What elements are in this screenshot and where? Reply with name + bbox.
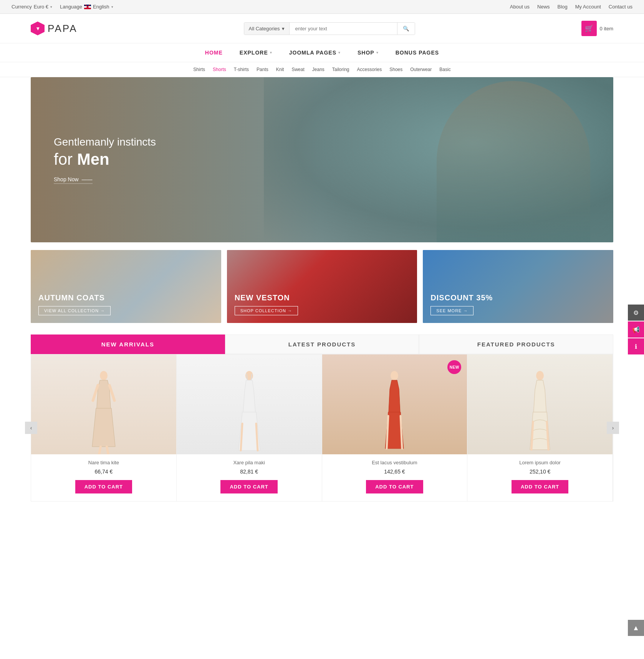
product-name-4: Lorem ipsum dolor xyxy=(467,460,613,465)
joomla-arrow-icon: ▾ xyxy=(338,51,341,55)
product-figure-3 xyxy=(379,370,410,454)
promo-content-3: DISCOUNT 35% SEE MORE → xyxy=(430,293,493,315)
subnav-jeans[interactable]: Jeans xyxy=(310,66,327,73)
subnav-tshirts[interactable]: T-shirts xyxy=(232,66,251,73)
language-chevron-icon: ▾ xyxy=(111,5,113,9)
subnav-basic[interactable]: Basic xyxy=(437,66,453,73)
currency-label: Currency xyxy=(12,4,32,10)
subnav-shoes[interactable]: Shoes xyxy=(387,66,405,73)
contact-us-link[interactable]: Contact us xyxy=(609,4,632,10)
tool-button[interactable]: ⚙ xyxy=(628,305,644,321)
news-link[interactable]: News xyxy=(537,4,550,10)
promo-banner-veston[interactable]: NEW VESTON SHOP COLLECTION → xyxy=(227,250,417,323)
product-name-1: Nare tima kite xyxy=(31,460,176,465)
tab-featured-products[interactable]: FEATURED PRODUCTS xyxy=(419,334,613,354)
promo-link-2[interactable]: SHOP COLLECTION → xyxy=(235,306,298,315)
product-image-1 xyxy=(31,354,176,454)
header: ▾ PAPA All Categories ▾ 🔍 🛒 0 item xyxy=(0,14,644,43)
nav-item-shop[interactable]: SHOP ▾ xyxy=(349,43,387,62)
nav-item-explore[interactable]: EXPLORE ▾ xyxy=(231,43,281,62)
add-to-cart-button-2[interactable]: Add to Cart xyxy=(220,480,277,493)
search-input[interactable] xyxy=(290,23,397,35)
search-category-chevron-icon: ▾ xyxy=(282,26,285,31)
search-bar: All Categories ▾ 🔍 xyxy=(244,22,415,35)
promo-banner-discount[interactable]: DISCOUNT 35% SEE MORE → xyxy=(423,250,613,323)
add-to-cart-button-4[interactable]: Add to Cart xyxy=(512,480,568,493)
currency-selector[interactable]: Currency Euro € ▾ xyxy=(12,4,52,10)
prev-button[interactable]: ‹ xyxy=(25,422,37,434)
currency-value: Euro € xyxy=(34,4,48,10)
product-card-1: Nare tima kite 66,74 € Add to Cart xyxy=(31,354,177,501)
language-selector[interactable]: Language English ▾ xyxy=(60,4,113,10)
subnav-accessories[interactable]: Accessories xyxy=(355,66,384,73)
promo-link-1[interactable]: VIEW ALL COLLECTION → xyxy=(38,306,111,315)
product-card-2: Xare pila maki 82,81 € Add to Cart xyxy=(177,354,322,501)
next-button[interactable]: › xyxy=(607,422,619,434)
product-image-4 xyxy=(467,354,613,454)
nav-item-home[interactable]: HOME xyxy=(197,43,231,62)
subnav-outerwear[interactable]: Outerwear xyxy=(408,66,434,73)
svg-point-10 xyxy=(391,371,398,380)
flag-icon xyxy=(84,5,91,9)
hero-arrow-icon: —— xyxy=(82,176,93,182)
top-bar-right: About us News Blog My Account Contact us xyxy=(510,4,632,10)
hero-shop-now-button[interactable]: Shop Now —— xyxy=(54,176,93,184)
search-category-selector[interactable]: All Categories ▾ xyxy=(244,23,290,35)
hero-title: for Men xyxy=(54,150,156,169)
product-tabs: NEW ARRIVALS LATEST PRODUCTS FEATURED PR… xyxy=(31,334,613,354)
add-to-cart-button-3[interactable]: Add to Cart xyxy=(366,480,423,493)
product-price-2: 82,81 € xyxy=(177,469,322,475)
add-to-cart-button-1[interactable]: Add to Cart xyxy=(75,480,132,493)
svg-point-0 xyxy=(100,371,108,380)
subnav-knit[interactable]: Knit xyxy=(274,66,286,73)
product-image-2 xyxy=(177,354,322,454)
promo-title-3: DISCOUNT 35% xyxy=(430,293,493,302)
search-button[interactable]: 🔍 xyxy=(397,23,415,35)
cart-icon: 🛒 xyxy=(581,21,597,36)
promo-link-3[interactable]: SEE MORE → xyxy=(430,306,473,315)
my-account-link[interactable]: My Account xyxy=(575,4,601,10)
product-figure-4 xyxy=(525,370,555,454)
cart-area[interactable]: 🛒 0 item xyxy=(581,21,613,36)
tab-latest-products[interactable]: LATEST PRODUCTS xyxy=(225,334,419,354)
logo[interactable]: ▾ PAPA xyxy=(31,22,78,35)
product-grid: ‹ xyxy=(31,354,613,502)
subnav-shorts[interactable]: Shorts xyxy=(210,66,228,73)
blog-link[interactable]: Blog xyxy=(558,4,568,10)
sub-nav: Shirts Shorts T-shirts Pants Knit Sweat … xyxy=(0,62,644,77)
cart-item-count: 0 item xyxy=(600,26,613,31)
promo-button[interactable]: 📢 xyxy=(628,321,644,338)
subnav-sweat[interactable]: Sweat xyxy=(289,66,306,73)
info-button[interactable]: ℹ xyxy=(628,338,644,354)
nav-item-bonus[interactable]: BONUS PAGES xyxy=(387,43,447,62)
main-nav: HOME EXPLORE ▾ JOOMLA PAGES ▾ SHOP ▾ BON… xyxy=(0,43,644,62)
nav-item-joomla[interactable]: JOOMLA PAGES ▾ xyxy=(281,43,349,62)
currency-chevron-icon: ▾ xyxy=(50,5,52,9)
promo-content-2: NEW VESTON SHOP COLLECTION → xyxy=(235,293,298,315)
search-category-label: All Categories xyxy=(249,26,280,31)
new-badge-3: new xyxy=(447,360,461,374)
subnav-tailoring[interactable]: Tailoring xyxy=(330,66,352,73)
subnav-shirts[interactable]: Shirts xyxy=(191,66,207,73)
tab-new-arrivals[interactable]: NEW ARRIVALS xyxy=(31,334,225,354)
promo-title-2: NEW VESTON xyxy=(235,293,298,302)
product-card-4: Lorem ipsum dolor 252,10 € Add to Cart xyxy=(467,354,613,501)
svg-line-4 xyxy=(107,447,108,454)
about-us-link[interactable]: About us xyxy=(510,4,530,10)
subnav-pants[interactable]: Pants xyxy=(254,66,271,73)
product-name-2: Xare pila maki xyxy=(177,460,322,465)
promo-title-1: AUTUMN COATS xyxy=(38,293,111,302)
promo-section: AUTUMN COATS VIEW ALL COLLECTION → NEW V… xyxy=(31,250,613,323)
hero-subtitle: Gentlemanly instincts xyxy=(54,136,156,148)
language-label: Language xyxy=(60,4,82,10)
product-card-3: new Est lacus vestibulum 142,65 € Add to… xyxy=(322,354,468,501)
promo-content-1: AUTUMN COATS VIEW ALL COLLECTION → xyxy=(38,293,111,315)
product-price-4: 252,10 € xyxy=(467,469,613,475)
hero-content: Gentlemanly instincts for Men Shop Now —… xyxy=(54,136,156,184)
promo-banner-autumn[interactable]: AUTUMN COATS VIEW ALL COLLECTION → xyxy=(31,250,221,323)
logo-hex-icon: ▾ xyxy=(31,22,45,35)
sidebar-right: ⚙ 📢 ℹ xyxy=(628,305,644,354)
product-figure-1 xyxy=(88,370,119,454)
shop-arrow-icon: ▾ xyxy=(376,51,379,55)
product-section: NEW ARRIVALS LATEST PRODUCTS FEATURED PR… xyxy=(31,334,613,502)
